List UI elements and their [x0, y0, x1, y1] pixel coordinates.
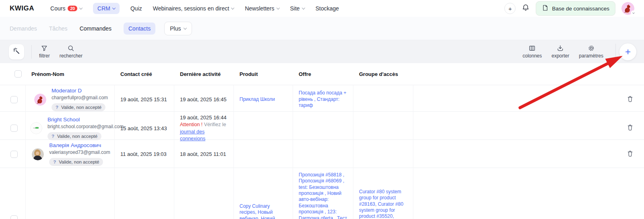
product-link[interactable]: Приклад Школи	[239, 96, 275, 102]
nav-item-stockage[interactable]: Stockage	[316, 5, 339, 12]
delete-icon[interactable]	[627, 95, 634, 104]
cardinal-avatar-image	[34, 94, 46, 106]
user-avatar[interactable]	[621, 2, 634, 15]
settings-label: paramètres	[579, 53, 603, 59]
knowledge-base-label: Base de connaissances	[552, 6, 609, 12]
add-contact-button[interactable]: +	[619, 43, 636, 60]
magic-wand-button[interactable]	[9, 44, 24, 59]
nav-item-newsletters[interactable]: Newsletters	[245, 5, 279, 12]
tab-commandes[interactable]: Commandes	[80, 25, 111, 32]
last-activity-date: 19 août, 2025 16:44	[180, 114, 228, 121]
access-group-link[interactable]: Curator #80 system group for product #28…	[359, 189, 407, 219]
school-logo-avatar-image	[30, 122, 42, 134]
offer-link[interactable]: Пропозиція #58818 , Пропозиція #68069 , …	[299, 172, 347, 219]
nav-item-cours[interactable]: Cours 20	[50, 5, 82, 12]
avatar-chevron-icon	[631, 10, 636, 16]
contacts-table: Prénom-Nom Contact créé Dernière activit…	[0, 63, 644, 219]
contact-email: bright.school.corporate@gmail.com	[47, 124, 124, 129]
nav-label: Newsletters	[245, 5, 274, 12]
chevron-down-icon	[112, 6, 116, 9]
table-row: Moderator D chargerfullpro@gmail.com ? V…	[0, 85, 644, 111]
select-all-checkbox[interactable]	[14, 70, 22, 78]
header-contact-cree: Contact créé	[115, 63, 174, 85]
header-prenom-nom: Prénom-Nom	[26, 63, 115, 85]
header-groupe-acces: Groupe d'accès	[353, 63, 413, 85]
nav-item-quiz[interactable]: Quiz	[130, 5, 142, 12]
avatar	[32, 148, 44, 160]
row-checkbox[interactable]	[10, 96, 18, 103]
row-checkbox[interactable]	[10, 215, 18, 219]
tab-demandes[interactable]: Demandes	[10, 25, 37, 32]
created-date: 15 août, 2025 13:43	[120, 125, 167, 131]
nav-item-crm[interactable]: CRM	[93, 3, 120, 14]
columns-label: colonnes	[522, 53, 542, 59]
nav-label: Site	[290, 5, 300, 12]
settings-button[interactable]: paramètres	[579, 45, 603, 59]
status-badge: ? Valide, non accepté	[52, 103, 105, 111]
add-button[interactable]: +	[504, 3, 516, 14]
chevron-down-icon	[276, 6, 279, 9]
status-label: Valide, non accepté	[59, 160, 99, 164]
table-row: Владислав Сорочук Copy Culinary recipes,…	[0, 168, 644, 219]
search-button[interactable]: rechercher	[60, 45, 83, 59]
kwiga-logo: KWIGA	[10, 4, 34, 12]
delete-icon[interactable]	[627, 150, 634, 159]
toolbar-right: colonnes exporter paramè	[522, 43, 636, 60]
filter-button[interactable]: filtrer	[39, 45, 50, 59]
status-badge: ? Valide, non accepté	[49, 158, 103, 166]
chevron-down-icon	[79, 6, 83, 9]
contact-email: chargerfullpro@gmail.com	[52, 95, 108, 100]
tab-taches[interactable]: Tâches	[49, 25, 68, 32]
header-derniere-activite: Dernière activité	[174, 63, 234, 85]
nav-label: Cours	[50, 5, 65, 12]
nav-label: Webinaires, sessions en direct	[153, 5, 229, 12]
download-icon	[557, 45, 564, 52]
created-date: 11 août, 2025 19:03	[120, 151, 167, 157]
filter-icon	[41, 45, 48, 52]
offer-link[interactable]: Посада або посада + рівень , Стандарт: т…	[299, 90, 347, 108]
nav-label: Quiz	[130, 5, 142, 12]
cours-count-badge: 20	[68, 6, 77, 12]
chevron-down-icon	[184, 26, 187, 29]
last-activity-date: 19 août, 2025 16:45	[180, 96, 227, 102]
toolbar-divider	[615, 44, 616, 60]
columns-icon	[528, 45, 536, 52]
row-checkbox[interactable]	[10, 125, 18, 132]
header-produit: Produit	[234, 63, 293, 85]
notifications-bell-icon[interactable]	[522, 4, 530, 13]
export-button[interactable]: exporter	[551, 45, 569, 59]
nav-item-webinaires[interactable]: Webinaires, sessions en direct	[153, 5, 234, 12]
question-icon: ?	[52, 134, 54, 139]
delete-icon[interactable]	[627, 124, 634, 133]
product-link[interactable]: Copy Culinary recipes, Новый вебинар, Но…	[239, 203, 287, 219]
contacts-toolbar: filtrer rechercher colonnes	[0, 40, 644, 63]
nav-item-site[interactable]: Site	[290, 5, 305, 12]
warning-text: Vérifiez le	[204, 122, 226, 127]
table-row: Валерія Андросович valeriasyroed73@gmail…	[0, 139, 644, 168]
avatar	[30, 122, 42, 134]
contact-name-link[interactable]: Bright School	[47, 117, 80, 123]
row-checkbox[interactable]	[10, 151, 18, 158]
filter-label: filtrer	[39, 53, 50, 59]
toolbar-divider	[31, 45, 32, 59]
magic-wand-icon	[13, 47, 20, 56]
avatar	[34, 94, 46, 106]
contact-name-link[interactable]: Валерія Андросович	[49, 142, 101, 148]
plus-menu-label: Plus	[170, 25, 181, 32]
tab-plus-menu[interactable]: Plus	[164, 22, 192, 35]
question-icon: ?	[56, 105, 58, 110]
navbar-right: + Base de connaissances	[504, 1, 634, 16]
columns-button[interactable]: colonnes	[522, 45, 542, 59]
plus-icon: +	[508, 5, 512, 12]
export-label: exporter	[551, 53, 569, 59]
status-label: Valide, non accepté	[57, 134, 97, 139]
knowledge-base-button[interactable]: Base de connaissances	[536, 1, 615, 16]
main-nav: Cours 20 CRM Quiz Webinaires, sessions e…	[50, 3, 339, 14]
search-label: rechercher	[60, 53, 83, 59]
status-label: Valide, non accepté	[61, 105, 101, 110]
contact-name-link[interactable]: Moderator D	[52, 88, 82, 94]
tab-contacts[interactable]: Contacts	[124, 23, 155, 35]
header-offre: Offre	[293, 63, 353, 85]
search-icon	[67, 45, 74, 52]
created-date: 19 août, 2025 15:31	[120, 96, 167, 102]
